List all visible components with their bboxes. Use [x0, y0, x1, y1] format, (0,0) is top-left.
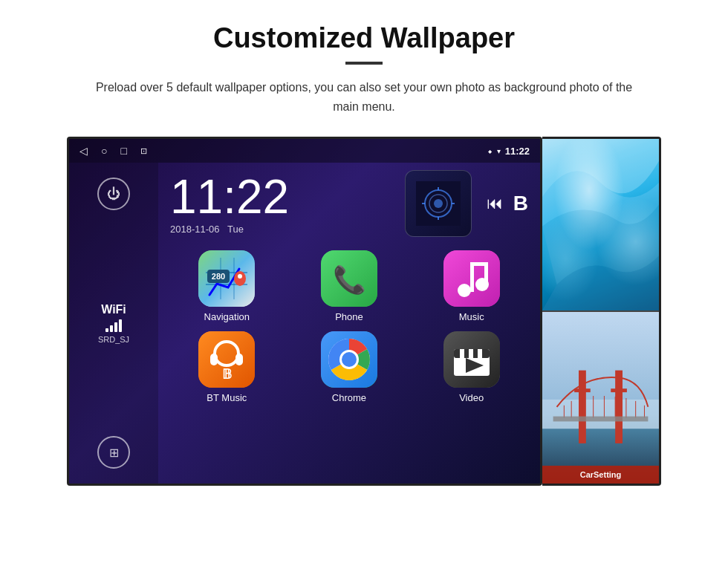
- android-main: ⏻ WiFi SRD_SJ: [69, 163, 540, 484]
- music-label: Music: [459, 311, 484, 322]
- recent-icon[interactable]: □: [120, 145, 126, 157]
- clock-area: 11:22 2018-11-06 Tue: [170, 170, 528, 237]
- wallpaper-glacier[interactable]: [542, 139, 659, 312]
- glacier-background: [542, 139, 659, 310]
- status-time: 11:22: [505, 146, 530, 157]
- svg-text:280: 280: [212, 272, 225, 281]
- svg-rect-28: [210, 354, 218, 365]
- wifi-bars: [98, 319, 129, 332]
- power-icon: ⏻: [107, 186, 120, 202]
- home-icon[interactable]: ○: [101, 145, 107, 157]
- wallpaper-bridge[interactable]: CarSetting: [542, 312, 659, 484]
- svg-rect-57: [574, 388, 591, 392]
- svg-rect-29: [235, 354, 243, 365]
- status-bar-left: ◁ ○ □ ⊡: [79, 145, 147, 157]
- svg-rect-23: [470, 262, 474, 292]
- screen-container: ◁ ○ □ ⊡ ⬥ ▾ 11:22: [30, 137, 698, 486]
- device-frame: ◁ ○ □ ⊡ ⬥ ▾ 11:22: [67, 137, 661, 486]
- page-description: Preload over 5 default wallpaper options…: [82, 78, 646, 116]
- wifi-ssid: SRD_SJ: [98, 335, 129, 344]
- back-icon[interactable]: ◁: [79, 145, 88, 157]
- car-setting-label: CarSetting: [580, 470, 622, 479]
- svg-rect-39: [469, 349, 473, 358]
- app-bt-music[interactable]: 𝔹 BT Music: [170, 331, 284, 403]
- app-chrome[interactable]: Chrome: [293, 331, 406, 403]
- app-video[interactable]: Video: [415, 331, 528, 403]
- screenshot-icon[interactable]: ⊡: [140, 146, 147, 156]
- power-button[interactable]: ⏻: [97, 178, 130, 210]
- wifi-bar-2: [110, 325, 113, 332]
- clock-info: 11:22 2018-11-06 Tue: [170, 173, 289, 235]
- svg-text:📞: 📞: [332, 264, 365, 296]
- music-icon: [443, 250, 500, 307]
- apps-grid-button[interactable]: ⊞: [97, 436, 130, 469]
- bt-music-icon: 𝔹: [198, 331, 255, 388]
- letter-b-display: B: [513, 192, 528, 215]
- wifi-label: WiFi: [98, 303, 129, 316]
- bridge-background: CarSetting: [542, 312, 659, 484]
- android-sidebar: ⏻ WiFi SRD_SJ: [69, 163, 158, 484]
- navigation-label: Navigation: [204, 311, 250, 322]
- svg-rect-40: [478, 349, 482, 358]
- app-phone[interactable]: 📞 Phone: [293, 250, 406, 322]
- svg-rect-46: [615, 371, 623, 443]
- title-divider: [345, 62, 383, 65]
- svg-point-34: [342, 352, 357, 367]
- media-controls: ⏮ B: [487, 192, 528, 215]
- wifi-bar-3: [114, 322, 117, 332]
- svg-rect-56: [553, 417, 649, 422]
- video-icon: [443, 331, 500, 388]
- clock-date: 2018-11-06 Tue: [170, 224, 289, 235]
- wallpaper-thumbnails: CarSetting: [542, 137, 661, 486]
- svg-point-16: [238, 274, 242, 279]
- bt-music-label: BT Music: [207, 392, 247, 403]
- status-bar-right: ⬥ ▾ 11:22: [487, 146, 530, 157]
- wifi-signal-icon: ▾: [497, 147, 501, 155]
- page-title: Customized Wallpaper: [213, 22, 515, 54]
- wifi-bar-1: [105, 328, 108, 332]
- svg-text:𝔹: 𝔹: [222, 367, 232, 382]
- status-bar: ◁ ○ □ ⊡ ⬥ ▾ 11:22: [69, 139, 540, 163]
- android-screen: ◁ ○ □ ⊡ ⬥ ▾ 11:22: [67, 137, 542, 486]
- prev-track-button[interactable]: ⏮: [487, 194, 503, 213]
- svg-rect-25: [484, 262, 488, 286]
- phone-label: Phone: [335, 311, 363, 322]
- clock-time: 11:22: [170, 173, 289, 221]
- phone-icon: 📞: [321, 250, 377, 307]
- location-icon: ⬥: [487, 146, 493, 156]
- wifi-info: WiFi SRD_SJ: [98, 303, 129, 344]
- navigation-icon: 280: [198, 250, 255, 307]
- app-music[interactable]: Music: [415, 250, 528, 322]
- video-label: Video: [459, 392, 484, 403]
- svg-point-3: [434, 199, 443, 208]
- media-icons: ⏮ B: [405, 170, 528, 237]
- chrome-label: Chrome: [332, 392, 366, 403]
- wifi-bar-4: [119, 319, 122, 332]
- svg-rect-58: [611, 388, 627, 392]
- apps-grid-icon: ⊞: [109, 446, 119, 460]
- svg-point-21: [458, 284, 471, 297]
- app-grid: 280 Navigation: [170, 250, 528, 403]
- android-center: 11:22 2018-11-06 Tue: [158, 163, 540, 484]
- media-app-display: [405, 170, 472, 237]
- svg-rect-38: [460, 349, 464, 358]
- chrome-icon: [321, 331, 377, 388]
- app-navigation[interactable]: 280 Navigation: [170, 250, 284, 322]
